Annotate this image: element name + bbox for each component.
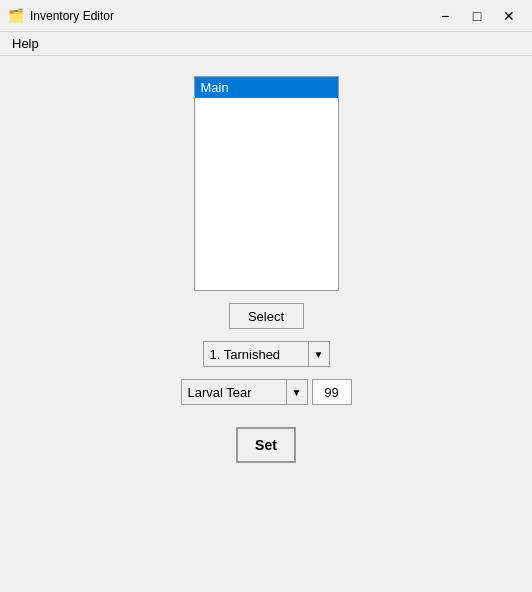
item-row: Larval Tear ▼ xyxy=(181,379,352,405)
app-icon: 🗂️ xyxy=(8,8,24,24)
character-dropdown-arrow[interactable]: ▼ xyxy=(308,341,330,367)
chevron-down-icon: ▼ xyxy=(314,349,324,360)
quantity-input[interactable] xyxy=(312,379,352,405)
set-button[interactable]: Set xyxy=(236,427,296,463)
help-menu[interactable]: Help xyxy=(4,34,47,53)
item-dropdown-value[interactable]: Larval Tear xyxy=(181,379,286,405)
item-dropdown-wrapper: Larval Tear ▼ xyxy=(181,379,308,405)
title-bar-left: 🗂️ Inventory Editor xyxy=(8,8,114,24)
title-bar-controls: − □ ✕ xyxy=(430,4,524,28)
select-button[interactable]: Select xyxy=(229,303,304,329)
close-button[interactable]: ✕ xyxy=(494,4,524,28)
item-dropdown-arrow[interactable]: ▼ xyxy=(286,379,308,405)
menu-bar: Help xyxy=(0,32,532,56)
listbox-item-main[interactable]: Main xyxy=(195,77,338,98)
maximize-button[interactable]: □ xyxy=(462,4,492,28)
save-slot-listbox[interactable]: Main xyxy=(194,76,339,291)
minimize-button[interactable]: − xyxy=(430,4,460,28)
main-content: Main Select 1. Tarnished ▼ Larval Tear ▼… xyxy=(0,56,532,483)
title-bar: 🗂️ Inventory Editor − □ ✕ xyxy=(0,0,532,32)
character-dropdown-value[interactable]: 1. Tarnished xyxy=(203,341,308,367)
character-dropdown-wrapper: 1. Tarnished ▼ xyxy=(203,341,330,367)
window-title: Inventory Editor xyxy=(30,9,114,23)
chevron-down-icon-2: ▼ xyxy=(292,387,302,398)
